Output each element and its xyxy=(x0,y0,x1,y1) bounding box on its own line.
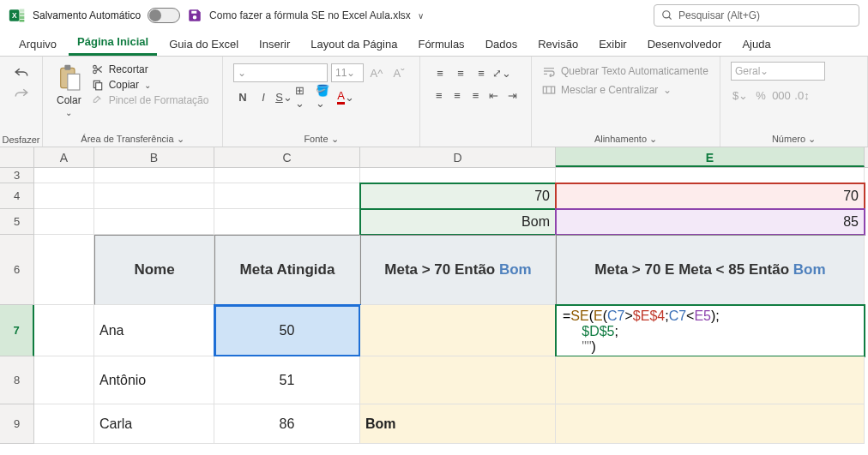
number-format-combo[interactable]: Geral ⌄ xyxy=(731,62,825,81)
font-combo[interactable]: ⌄ xyxy=(233,63,328,82)
wrap-text-button[interactable]: Quebrar Texto Automaticamente xyxy=(542,62,709,81)
inc-dec-button[interactable]: .0↕ xyxy=(793,86,811,105)
svg-rect-17 xyxy=(543,87,554,93)
redo-button[interactable] xyxy=(11,84,32,101)
tab-pagina-inicial[interactable]: Página Inicial xyxy=(69,30,157,56)
cell-E4[interactable]: 70 xyxy=(556,183,865,209)
svg-point-12 xyxy=(93,70,96,74)
cell-D8[interactable] xyxy=(360,356,556,404)
group-clip: Área de Transferência ⌄ xyxy=(43,134,222,145)
cell-D4[interactable]: 70 xyxy=(360,183,556,209)
row-9[interactable]: 9 xyxy=(0,404,34,444)
tab-arquivo[interactable]: Arquivo xyxy=(10,33,65,56)
tab-dados[interactable]: Dados xyxy=(477,33,527,56)
cell-E5[interactable]: 85 xyxy=(556,209,865,235)
row-6[interactable]: 6 xyxy=(0,235,34,305)
cell-C9[interactable]: 86 xyxy=(214,404,360,444)
row-4[interactable]: 4 xyxy=(0,183,34,209)
align-right[interactable]: ≡ xyxy=(467,86,484,105)
svg-rect-9 xyxy=(65,65,71,70)
cell-D9[interactable]: Bom xyxy=(360,404,556,444)
align-bot[interactable]: ≡ xyxy=(472,63,491,82)
wrap-icon xyxy=(542,65,556,77)
tab-desenvolvedor[interactable]: Desenvolvedor xyxy=(639,33,731,56)
cell-E8[interactable] xyxy=(556,356,865,404)
svg-point-6 xyxy=(663,11,670,18)
filename-dropdown[interactable]: ∨ xyxy=(418,11,424,21)
col-C[interactable]: C xyxy=(214,147,360,167)
borders-button[interactable]: ⊞ ⌄ xyxy=(295,87,314,106)
bold-button[interactable]: N xyxy=(233,87,252,106)
row-5[interactable]: 5 xyxy=(0,209,34,235)
group-numero: Número ⌄ xyxy=(720,134,867,145)
tab-formulas[interactable]: Fórmulas xyxy=(409,33,473,56)
hdr-meta[interactable]: Meta Atingida xyxy=(214,235,360,305)
indent-inc[interactable]: ⇥ xyxy=(504,86,521,105)
tab-guia[interactable]: Guia do Excel xyxy=(160,33,247,56)
indent-dec[interactable]: ⇤ xyxy=(485,86,502,105)
currency-button[interactable]: $⌄ xyxy=(731,86,750,105)
copy-icon xyxy=(92,79,104,91)
cell-area[interactable]: 70 70 Bom 85 ✛ Nome Meta Atingida Meta >… xyxy=(34,168,868,444)
shrink-font[interactable]: Aˇ xyxy=(389,63,408,82)
col-A[interactable]: A xyxy=(34,147,94,167)
comma-button[interactable]: 000 xyxy=(772,86,791,105)
group-fonte: Fonte ⌄ xyxy=(223,134,419,145)
search-input[interactable]: Pesquisar (Alt+G) xyxy=(654,4,859,27)
cell-B9[interactable]: Carla xyxy=(94,404,214,444)
grow-font[interactable]: A^ xyxy=(367,63,386,82)
cell-C7[interactable]: 50 xyxy=(214,305,360,356)
fill-color-button[interactable]: 🪣⌄ xyxy=(316,87,335,106)
italic-button[interactable]: I xyxy=(254,87,273,106)
col-B[interactable]: B xyxy=(94,147,214,167)
align-mid[interactable]: ≡ xyxy=(451,63,470,82)
underline-button[interactable]: S ⌄ xyxy=(274,87,293,106)
cell-C8[interactable]: 51 xyxy=(214,356,360,404)
copy-button[interactable]: Copiar⌄ xyxy=(92,79,209,91)
format-painter-button[interactable]: Pincel de Formatação xyxy=(92,94,209,106)
merge-button[interactable]: Mesclar e Centralizar ⌄ xyxy=(542,81,709,99)
search-icon xyxy=(661,9,673,21)
svg-point-11 xyxy=(93,65,96,69)
tab-exibir[interactable]: Exibir xyxy=(590,33,636,56)
autosave-toggle[interactable] xyxy=(148,8,180,23)
save-icon[interactable] xyxy=(187,8,202,23)
hdr-e[interactable]: Meta > 70 E Meta < 85 Então Bom xyxy=(556,235,865,305)
align-top[interactable]: ≡ xyxy=(431,63,449,82)
tab-ajuda[interactable]: Ajuda xyxy=(733,33,779,56)
column-headers: A B C D E xyxy=(0,147,868,168)
cell-D7[interactable] xyxy=(360,305,556,356)
svg-rect-16 xyxy=(95,83,101,90)
cell-D5[interactable]: Bom xyxy=(360,209,556,235)
merge-icon xyxy=(542,84,556,96)
svg-rect-5 xyxy=(20,20,25,22)
cell-B8[interactable]: Antônio xyxy=(94,356,214,404)
tab-layout[interactable]: Layout da Página xyxy=(302,33,406,56)
col-E[interactable]: E xyxy=(556,147,865,167)
hdr-d[interactable]: Meta > 70 Então Bom xyxy=(360,235,556,305)
undo-button[interactable] xyxy=(11,63,32,81)
brush-icon xyxy=(92,94,104,106)
paste-button[interactable]: Colar⌄ xyxy=(53,60,85,121)
row-headers: 3 4 5 6 7 8 9 xyxy=(0,168,34,444)
hdr-nome[interactable]: Nome xyxy=(94,235,214,305)
font-color-button[interactable]: A⌄ xyxy=(336,87,355,106)
percent-button[interactable]: % xyxy=(751,86,770,105)
tab-inserir[interactable]: Inserir xyxy=(250,33,298,56)
size-combo[interactable]: 11 ⌄ xyxy=(331,63,364,82)
ribbon: Desfazer Colar⌄ Recortar Copiar⌄ Pincel … xyxy=(0,57,868,147)
cell-E9[interactable] xyxy=(556,404,865,444)
row-7[interactable]: 7 xyxy=(0,305,34,356)
cut-button[interactable]: Recortar xyxy=(92,63,209,75)
orient[interactable]: ⤢⌄ xyxy=(492,63,511,82)
align-left[interactable]: ≡ xyxy=(431,86,447,105)
group-align: Alinhamento ⌄ xyxy=(532,134,720,145)
cell-B7[interactable]: Ana xyxy=(94,305,214,356)
col-D[interactable]: D xyxy=(360,147,556,167)
align-center[interactable]: ≡ xyxy=(449,86,465,105)
cell-E7-editing[interactable]: =SE(E(C7>$E$4;C7<E5); $D$5; "") SE(teste… xyxy=(556,305,865,356)
autosave-label: Salvamento Automático xyxy=(33,9,141,21)
tab-revisao[interactable]: Revisão xyxy=(529,33,587,56)
row-8[interactable]: 8 xyxy=(0,356,34,404)
row-3[interactable]: 3 xyxy=(0,168,34,183)
